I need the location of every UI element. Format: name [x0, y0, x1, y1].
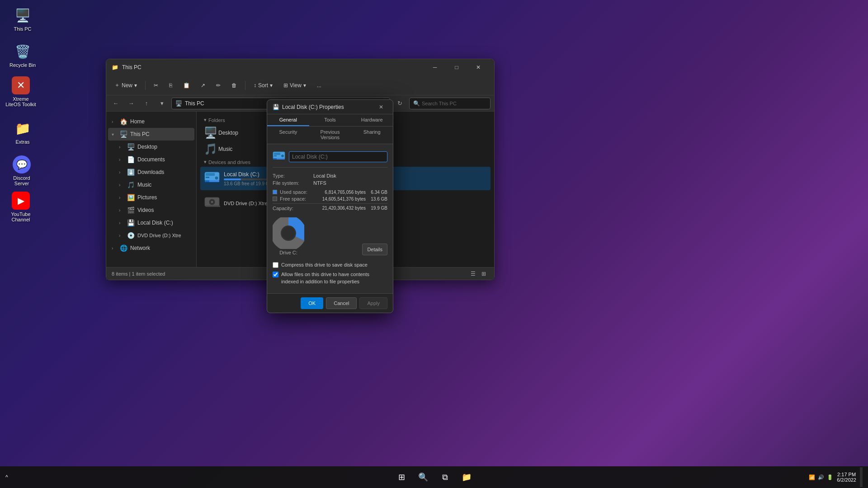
sidebar-item-desktop[interactable]: › 🖥️ Desktop [108, 141, 194, 153]
refresh-button[interactable]: ↻ [394, 98, 406, 109]
free-space-row: Free space: 14,605,541,376 bytes 13.6 GB [273, 196, 387, 202]
new-button[interactable]: ＋ New ▾ [110, 78, 142, 93]
sidebar-item-network[interactable]: › 🌐 Network [108, 242, 194, 254]
forward-button[interactable]: → [125, 98, 137, 109]
home-icon: 🏠 [120, 118, 127, 125]
type-label: Type: [273, 173, 313, 178]
tab-general[interactable]: General [267, 114, 309, 126]
sidebar-item-music[interactable]: › 🎵 Music [108, 178, 194, 191]
new-icon: ＋ [114, 81, 120, 89]
capacity-gb: 19.9 GB [369, 206, 387, 211]
tab-tools[interactable]: Tools [309, 114, 351, 126]
copy-button[interactable]: ⎘ [165, 78, 177, 93]
back-button[interactable]: ← [110, 98, 122, 109]
more-button[interactable]: ... [312, 78, 326, 93]
sidebar-item-pictures[interactable]: › 🖼️ Pictures [108, 191, 194, 204]
up-button[interactable]: ↑ [141, 98, 152, 109]
c-expand-arrow: › [119, 221, 124, 225]
details-button[interactable]: Details [362, 244, 387, 255]
minimize-button[interactable]: ─ [425, 61, 445, 74]
capacity-label: Capacity: [273, 206, 307, 211]
clock[interactable]: 2:17 PM 6/2/2022 [837, 472, 856, 483]
task-view-button[interactable]: ⧉ [435, 467, 455, 487]
dialog-hdd-icon [273, 150, 285, 164]
tray-overflow-button[interactable]: ^ [4, 472, 10, 482]
recycle-bin-label: Recycle Bin [9, 62, 36, 68]
start-button[interactable]: ⊞ [392, 467, 411, 487]
cut-button[interactable]: ✂ [149, 78, 163, 93]
task-view-icon: ⧉ [442, 473, 448, 482]
sort-dropdown-icon: ▾ [270, 82, 273, 89]
drive-header [273, 150, 387, 168]
discord-label: Discord Server [5, 175, 38, 186]
desktop-icon-youtube[interactable]: ▶ YouTube Channel [3, 190, 39, 224]
devices-expand-icon: ▾ [204, 159, 207, 165]
sidebar-desktop-label: Desktop [137, 144, 157, 150]
dvd-expand-arrow: › [119, 233, 124, 238]
index-checkbox[interactable] [273, 272, 278, 277]
desktop-icon-xtreme[interactable]: ✕ Xtreme LiteOS Toolkit [3, 75, 39, 109]
taskbar-right: 📶 🔊 🔋 2:17 PM 6/2/2022 [809, 467, 868, 487]
drive-label-input[interactable] [289, 151, 387, 162]
drive-c-label: Drive C: [279, 250, 297, 255]
list-view-button[interactable]: ☰ [468, 269, 478, 279]
cancel-button[interactable]: Cancel [326, 297, 357, 309]
sidebar-item-home[interactable]: › 🏠 Home [108, 115, 194, 128]
search-icon: 🔍 [413, 100, 420, 107]
free-space-gb: 13.6 GB [369, 197, 387, 202]
search-button[interactable]: 🔍 [413, 467, 433, 487]
tab-hardware[interactable]: Hardware [351, 114, 393, 126]
delete-button[interactable]: 🗑 [227, 78, 241, 93]
this-pc-expand-arrow: ▾ [112, 132, 117, 137]
desktop-icon-this-pc[interactable]: 🖥️ This PC [5, 5, 41, 33]
free-space-label: Free space: [280, 196, 311, 202]
maximize-button[interactable]: □ [446, 61, 467, 74]
tab-security[interactable]: Security [267, 127, 309, 144]
battery-icon: 🔋 [827, 474, 833, 480]
sidebar-item-local-disk[interactable]: › 💾 Local Disk (C:) [108, 216, 194, 229]
svg-rect-12 [274, 155, 277, 156]
desktop-icon-recycle-bin[interactable]: 🗑️ Recycle Bin [5, 41, 41, 70]
tab-previous-versions[interactable]: Previous Versions [309, 127, 351, 144]
tab-sharing[interactable]: Sharing [351, 127, 393, 144]
show-desktop-button[interactable] [860, 467, 863, 487]
desktop-icon-discord[interactable]: 💬 Discord Server [4, 154, 40, 188]
compress-checkbox[interactable] [273, 262, 278, 268]
taskbar-center: ⊞ 🔍 ⧉ 📁 [392, 467, 476, 487]
explorer-toolbar: ＋ New ▾ ✂ ⎘ 📋 ↗ ✏ 🗑 ↕ Sort ▾ ⊞ View ▾ ..… [106, 75, 494, 95]
sidebar-this-pc-icon: 🖥️ [120, 131, 127, 138]
rename-button[interactable]: ✏ [212, 78, 225, 93]
desktop-icon-extras[interactable]: 📁 Extras [5, 117, 41, 146]
share-button[interactable]: ↗ [196, 78, 210, 93]
view-button[interactable]: ⊞ View ▾ [279, 78, 311, 93]
close-button[interactable]: ✕ [468, 61, 489, 74]
toolbar-divider-2 [245, 81, 245, 90]
youtube-label: YouTube Channel [5, 211, 37, 222]
paste-button[interactable]: 📋 [179, 78, 194, 93]
taskbar: ^ ⊞ 🔍 ⧉ 📁 📶 🔊 🔋 2:17 PM 6/2/2022 [0, 466, 868, 488]
sidebar-dvd-icon: 💿 [127, 232, 135, 239]
svg-point-3 [215, 177, 218, 179]
sidebar-item-videos[interactable]: › 🎬 Videos [108, 204, 194, 216]
recycle-bin-icon: 🗑️ [14, 42, 32, 61]
sidebar-item-downloads[interactable]: › ⬇️ Downloads [108, 166, 194, 178]
extras-icon: 📁 [14, 119, 32, 137]
recent-button[interactable]: ▾ [156, 98, 168, 109]
sidebar-item-this-pc[interactable]: ▾ 🖥️ This PC [108, 128, 194, 141]
taskbar-search-icon: 🔍 [418, 472, 428, 482]
apply-button[interactable]: Apply [359, 297, 387, 309]
sidebar-item-dvd[interactable]: › 💿 DVD Drive (D:) Xtre [108, 229, 194, 242]
sidebar-item-documents[interactable]: › 📄 Documents [108, 153, 194, 166]
grid-view-button[interactable]: ⊞ [479, 269, 489, 279]
docs-expand-arrow: › [119, 157, 124, 162]
svg-rect-11 [274, 153, 280, 155]
type-row: Type: Local Disk [273, 173, 387, 178]
taskbar-explorer-button[interactable]: 📁 [457, 467, 476, 487]
svg-point-8 [211, 201, 213, 203]
fs-row: File system: NTFS [273, 180, 387, 186]
dialog-close-button[interactable]: ✕ [375, 102, 387, 113]
search-box[interactable]: 🔍 Search This PC [409, 98, 491, 109]
ok-button[interactable]: OK [301, 297, 323, 309]
status-items-count: 8 items | 1 item selected [112, 271, 165, 277]
sort-button[interactable]: ↕ Sort ▾ [249, 78, 277, 93]
